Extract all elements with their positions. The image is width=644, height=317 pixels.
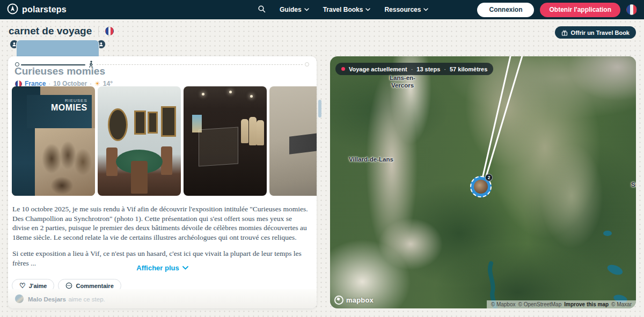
avatar <box>15 294 24 303</box>
attribution-mapbox-link[interactable]: © Mapbox <box>491 301 516 307</box>
liked-by-text: aime ce step. <box>68 296 105 303</box>
photo-decor <box>249 117 257 145</box>
like-label: J'aime <box>29 283 47 289</box>
place-name: Lans-en- <box>382 74 423 82</box>
step-title: Curieuses momies <box>14 65 105 77</box>
comment-label: Commentaire <box>76 283 113 289</box>
attribution-osm-link[interactable]: © OpenStreetMap <box>518 301 562 307</box>
place-name: Villard-de-Lans <box>349 156 393 163</box>
exhibition-sign: RIEUSES MOMIES <box>27 95 92 128</box>
improve-map-link[interactable]: Improve this map <box>564 301 609 307</box>
photo-decor <box>202 93 204 95</box>
map-place-label: Lans-en- Vercors <box>382 74 423 89</box>
photo-decor <box>35 128 95 196</box>
comment-icon <box>65 282 72 289</box>
marker-photo-count: 2 <box>485 174 493 181</box>
place-name: Sé <box>631 181 636 188</box>
photo-decor <box>108 108 128 141</box>
trip-steps-count: 13 steps <box>416 66 440 72</box>
attribution-maxar-link[interactable]: © Maxar <box>611 301 632 307</box>
language-flag-france[interactable] <box>626 4 637 15</box>
map-attribution: © Mapbox © OpenStreetMap Improve this ma… <box>487 300 636 308</box>
lake-shape <box>603 231 612 236</box>
nav-item-label: Ressources <box>384 6 421 13</box>
photo-1-exhibition-sign[interactable]: RIEUSES MOMIES <box>12 86 95 196</box>
map-place-label: Sé <box>631 181 636 188</box>
sign-text: MOMIES <box>31 103 87 113</box>
page-title: carnet de voyage <box>9 25 92 37</box>
photo-3-gallery-display[interactable] <box>184 86 267 196</box>
gift-travel-book-button[interactable]: Offrir un Travel Book <box>555 26 636 39</box>
photo-decor <box>161 106 176 137</box>
photo-decor <box>161 146 173 175</box>
photo-decor <box>199 127 238 167</box>
get-app-button[interactable]: Obtenir l'application <box>540 3 620 17</box>
polarsteps-logo[interactable]: polarsteps <box>7 0 67 19</box>
search-icon[interactable] <box>258 5 266 15</box>
connexion-button[interactable]: Connexion <box>477 3 534 17</box>
map-place-label: Villard-de-Lans <box>349 156 393 163</box>
trip-distance: 57 kilomètres <box>450 66 487 72</box>
compass-icon <box>7 3 18 17</box>
photo-decor <box>134 110 146 135</box>
mapbox-icon <box>334 296 343 305</box>
marker-photo-thumbnail <box>474 180 488 194</box>
step-map-marker[interactable]: 2 <box>470 176 492 197</box>
photo-decor <box>250 95 253 98</box>
photo-2-museum-room[interactable] <box>98 86 181 196</box>
photo-decor <box>148 112 158 134</box>
trip-header: carnet de voyage Alicia, Malo, Olivier, … <box>0 19 644 54</box>
scrollbar-thumb[interactable] <box>318 100 321 117</box>
liked-by-name: Malo Desjars <box>28 296 66 303</box>
heart-icon: ♡ <box>19 282 26 289</box>
chevron-down-icon <box>423 8 428 11</box>
photo-4-museum-facade[interactable]: Musée Cha DÉPARTEMENT DE L'IS <box>269 86 317 196</box>
trip-map[interactable]: Voyage actuellement · 13 steps · 57 kilo… <box>330 56 636 308</box>
photo-decor <box>241 119 248 143</box>
main-nav: Guides Travel Books Ressources <box>258 0 428 19</box>
separator: · <box>411 66 413 72</box>
sign-text: RIEUSES <box>31 98 87 103</box>
paragraph: Le 10 octobre 2025, je me suis rendu à V… <box>12 204 308 242</box>
mapbox-wordmark: mapbox <box>346 296 374 304</box>
timeline-end-dot <box>305 62 309 67</box>
show-more-label: Afficher plus <box>136 264 179 272</box>
route-line <box>481 56 511 185</box>
gift-button-label: Offrir un Travel Book <box>571 30 630 36</box>
chevron-down-icon <box>182 266 188 270</box>
navbar-actions: Connexion Obtenir l'application <box>477 0 637 19</box>
chevron-down-icon <box>365 8 370 11</box>
trip-country-flag <box>105 27 114 35</box>
trip-status-badge: Voyage actuellement · 13 steps · 57 kilo… <box>335 63 493 75</box>
navbar: polarsteps Guides Travel Books Ressource… <box>0 0 644 19</box>
nav-item-ressources[interactable]: Ressources <box>384 6 428 13</box>
chevron-down-icon <box>304 8 309 11</box>
nav-item-label: Guides <box>280 6 302 13</box>
nav-item-label: Travel Books <box>323 6 363 13</box>
step-card: Curieuses momies France · 10 October · ☀… <box>8 56 317 308</box>
route-line <box>484 56 523 185</box>
photo-decor <box>229 91 232 93</box>
photo-decor <box>257 120 264 145</box>
nav-item-travel-books[interactable]: Travel Books <box>323 6 371 13</box>
photo-decor <box>289 128 317 154</box>
show-more-button[interactable]: Afficher plus <box>136 264 188 272</box>
mapbox-logo[interactable]: mapbox <box>334 296 374 305</box>
timeline-remaining-line <box>97 64 303 65</box>
current-trip-dot-icon <box>341 67 345 71</box>
brand-name: polarsteps <box>22 5 67 14</box>
lake-shape <box>606 263 624 277</box>
separator: · <box>444 66 446 72</box>
photo-decor <box>131 161 148 194</box>
likes-row: Malo Desjars aime ce step. <box>8 289 317 308</box>
place-name: Vercors <box>382 82 423 89</box>
nav-item-guides[interactable]: Guides <box>280 6 309 13</box>
trip-status-text: Voyage actuellement <box>349 66 407 72</box>
step-description: Le 10 octobre 2025, je me suis rendu à V… <box>12 204 308 268</box>
gift-icon <box>561 30 568 36</box>
divider <box>98 27 99 35</box>
photo-strip: RIEUSES MOMIES Musée <box>12 86 317 196</box>
